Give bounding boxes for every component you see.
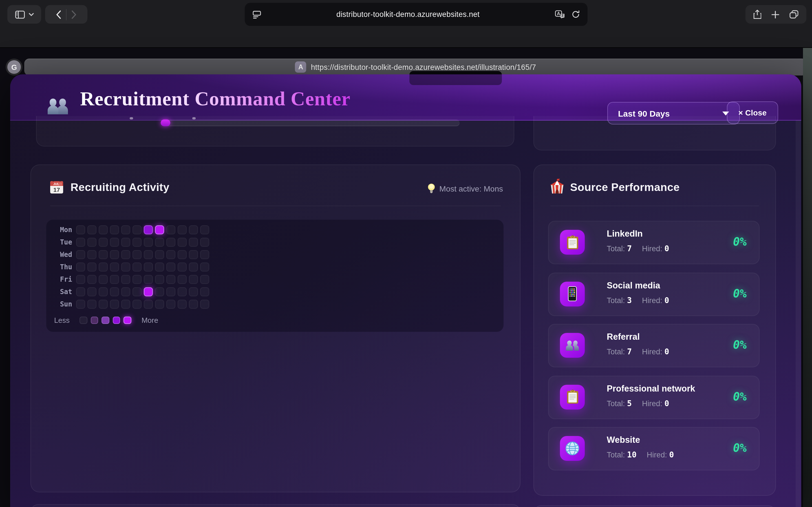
- source-row-referral: ReferralTotal: 7Hired: 00%: [548, 324, 760, 367]
- sources-card-title: Source Performance: [570, 181, 680, 194]
- heatmap-cell-sun-8: [155, 300, 164, 309]
- source-name: Website: [607, 435, 640, 445]
- profile-badge[interactable]: G: [7, 60, 21, 74]
- legend-less-label: Less: [54, 316, 70, 325]
- source-rate: 0%: [733, 441, 747, 455]
- heatmap-row-thu: Thu: [46, 263, 504, 272]
- heatmap-cell-wed-8: [155, 250, 164, 259]
- forward-button[interactable]: [71, 10, 77, 19]
- tab-title: distributor-toolkit-demo.azurewebsites.n…: [261, 10, 555, 18]
- heatmap-cell-wed-3: [99, 250, 108, 259]
- nav-separator: [66, 9, 66, 20]
- heatmap-cell-tue-12: [200, 238, 209, 247]
- source-rate: 0%: [733, 338, 747, 351]
- source-row-professional-network: Professional networkTotal: 5Hired: 00%: [548, 376, 760, 419]
- heatmap-row-label: Sat: [46, 287, 72, 296]
- heatmap-cell-sat-1: [76, 287, 85, 296]
- heatmap-cell-thu-9: [166, 263, 175, 272]
- heatmap-cell-sun-9: [166, 300, 175, 309]
- total-value: 3: [627, 295, 632, 304]
- tab-overview-icon[interactable]: [790, 10, 799, 18]
- hired-label: Hired:: [647, 451, 667, 459]
- heatmap-cell-sat-12: [200, 287, 209, 296]
- light-bulb-icon: [427, 183, 435, 194]
- heatmap-cell-sun-6: [133, 300, 142, 309]
- heatmap-cell-wed-4: [110, 250, 119, 259]
- heatmap-row-label: Mon: [46, 225, 72, 234]
- total-value: 5: [627, 399, 632, 407]
- total-label: Total:: [607, 399, 625, 407]
- heatmap-cell-thu-1: [76, 263, 85, 272]
- source-stats: Total: 10Hired: 0: [607, 450, 674, 459]
- clipboard-icon: [560, 385, 585, 409]
- busts-in-silhouette-icon: [560, 333, 585, 358]
- heatmap-cell-thu-10: [177, 263, 187, 272]
- heatmap-cell-mon-5: [121, 225, 130, 234]
- source-stats: Total: 3Hired: 0: [607, 295, 669, 304]
- legend-level-3: [113, 317, 120, 324]
- clipped-text-remnant: [192, 117, 196, 119]
- heatmap-cell-mon-11: [189, 225, 198, 234]
- heatmap-cell-tue-7: [144, 238, 153, 247]
- progress-bar-fill: [161, 119, 170, 126]
- modal-scrollbar-track[interactable]: [796, 120, 801, 507]
- heatmap-cell-tue-1: [76, 238, 85, 247]
- reader-icon[interactable]: [253, 10, 261, 18]
- heatmap-cell-fri-10: [177, 275, 187, 284]
- heatmap-cell-sun-3: [99, 300, 108, 309]
- heatmap-cell-fri-11: [189, 275, 198, 284]
- calendar-icon: JUL 17: [49, 179, 64, 194]
- reload-icon[interactable]: [572, 10, 580, 18]
- total-label: Total:: [607, 348, 625, 356]
- page-scroll-gutter: [803, 48, 812, 507]
- total-value: 7: [627, 347, 632, 356]
- hired-value: 0: [665, 244, 669, 253]
- heatmap-cell-fri-4: [110, 275, 119, 284]
- heatmap-cell-sat-5: [121, 287, 130, 296]
- hired-label: Hired:: [642, 399, 662, 407]
- source-rate: 0%: [733, 390, 747, 403]
- heatmap-cell-sun-5: [121, 300, 130, 309]
- heatmap-cell-sat-3: [99, 287, 108, 296]
- heatmap-cell-fri-3: [99, 275, 108, 284]
- divider: [50, 206, 501, 206]
- heatmap-cell-thu-12: [200, 263, 209, 272]
- hired-label: Hired:: [642, 348, 662, 356]
- page-title: Recruitment Command Center: [80, 88, 350, 110]
- back-button[interactable]: [56, 10, 61, 19]
- new-tab-icon[interactable]: [771, 10, 779, 18]
- svg-text:文: 文: [561, 14, 564, 17]
- total-value: 10: [627, 450, 637, 459]
- share-icon[interactable]: [753, 10, 761, 19]
- recruitment-modal: Recruitment Command Center Last 90 Days …: [10, 74, 801, 507]
- heatmap-cell-fri-6: [133, 275, 142, 284]
- source-row-website: WebsiteTotal: 10Hired: 00%: [548, 427, 760, 470]
- hired-value: 0: [669, 450, 674, 459]
- heatmap-cell-sun-2: [87, 300, 96, 309]
- hired-value: 0: [665, 399, 669, 407]
- progress-bar-track: [161, 119, 460, 126]
- heatmap-cell-mon-12: [200, 225, 209, 234]
- heatmap-cell-mon-7: [144, 225, 153, 234]
- heatmap-cell-sun-10: [177, 300, 187, 309]
- heatmap-cell-wed-2: [87, 250, 96, 259]
- translate-icon[interactable]: A文: [555, 10, 565, 18]
- heatmap-cell-wed-7: [144, 250, 153, 259]
- activity-card-title: Recruiting Activity: [70, 181, 169, 194]
- heatmap-legend: Less More: [54, 316, 158, 325]
- hired-value: 0: [665, 295, 669, 304]
- sidebar-toggle-button[interactable]: [7, 5, 41, 24]
- most-active-note: Most active: Mons: [427, 183, 503, 194]
- total-label: Total:: [607, 451, 625, 459]
- source-performance-card: Source Performance LinkedInTotal: 7Hired…: [534, 165, 776, 496]
- heatmap-cell-mon-1: [76, 225, 85, 234]
- source-name: Professional network: [607, 383, 695, 393]
- source-stats: Total: 5Hired: 0: [607, 399, 669, 407]
- heatmap-row-label: Fri: [46, 275, 72, 284]
- modal-header: Recruitment Command Center Last 90 Days …: [10, 74, 801, 121]
- heatmap-cell-wed-12: [200, 250, 209, 259]
- heatmap-cell-wed-10: [177, 250, 187, 259]
- active-tab[interactable]: distributor-toolkit-demo.azurewebsites.n…: [245, 3, 588, 26]
- below-fold-card-left: [31, 504, 520, 507]
- source-name: Referral: [607, 332, 640, 342]
